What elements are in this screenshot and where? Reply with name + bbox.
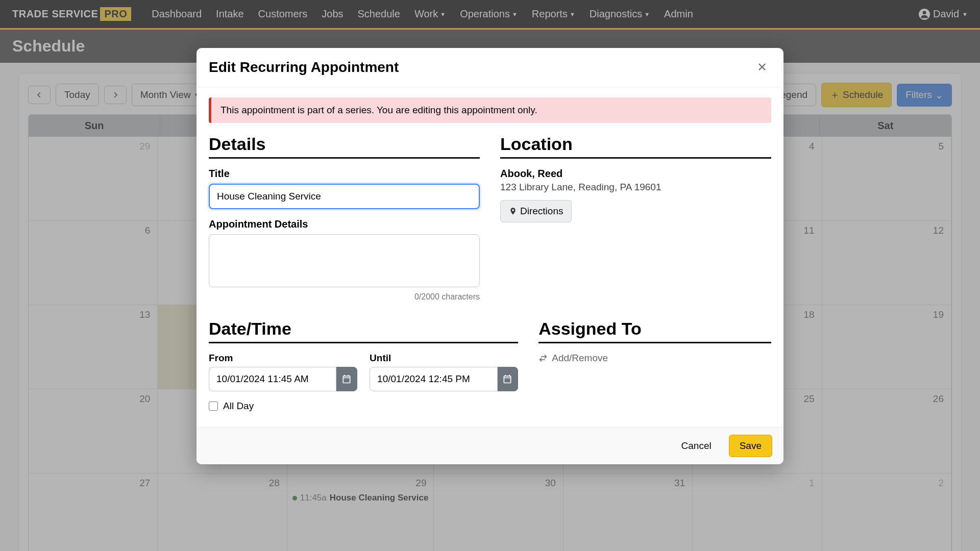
assigned-heading: Assigned To — [538, 319, 771, 339]
directions-label: Directions — [520, 206, 563, 217]
directions-button[interactable]: Directions — [500, 200, 572, 222]
datetime-section: Date/Time From Until — [209, 319, 518, 412]
char-count: 0/2000 characters — [209, 292, 480, 302]
save-button[interactable]: Save — [729, 435, 772, 457]
cancel-button[interactable]: Cancel — [671, 435, 722, 457]
modal-header: Edit Recurring Appointment ✕ — [197, 48, 783, 87]
assigned-section: Assigned To Add/Remove — [538, 319, 771, 412]
pin-icon — [509, 207, 517, 215]
from-input[interactable] — [209, 367, 336, 391]
modal-overlay[interactable]: Edit Recurring Appointment ✕ This appoin… — [0, 0, 980, 551]
appointment-details-input[interactable] — [209, 234, 480, 287]
edit-appointment-modal: Edit Recurring Appointment ✕ This appoin… — [197, 48, 783, 464]
title-input[interactable] — [209, 184, 480, 209]
until-input[interactable] — [370, 367, 497, 391]
modal-body: This appointment is part of a series. Yo… — [197, 87, 783, 427]
close-button[interactable]: ✕ — [753, 58, 771, 77]
swap-icon — [538, 354, 548, 363]
details-heading: Details — [209, 134, 480, 154]
calendar-icon — [341, 374, 352, 384]
location-name: Abook, Reed — [500, 168, 771, 180]
appointment-details-label: Appointment Details — [209, 218, 480, 230]
modal-footer: Cancel Save — [197, 427, 783, 464]
title-label: Title — [209, 168, 480, 180]
details-section: Details Title Appointment Details 0/2000… — [209, 134, 480, 302]
close-icon: ✕ — [757, 60, 767, 74]
add-remove-link[interactable]: Add/Remove — [538, 353, 771, 364]
all-day-checkbox[interactable] — [209, 402, 218, 411]
until-label: Until — [370, 353, 518, 364]
location-address: 123 Library Lane, Reading, PA 19601 — [500, 182, 771, 193]
datetime-heading: Date/Time — [209, 319, 518, 339]
calendar-icon — [502, 374, 512, 384]
until-calendar-button[interactable] — [498, 367, 519, 391]
modal-title: Edit Recurring Appointment — [209, 59, 399, 76]
from-calendar-button[interactable] — [336, 367, 357, 391]
add-remove-label: Add/Remove — [552, 353, 608, 364]
location-section: Location Abook, Reed 123 Library Lane, R… — [500, 134, 771, 302]
from-label: From — [209, 353, 357, 364]
location-heading: Location — [500, 134, 771, 154]
all-day-label: All Day — [223, 400, 254, 412]
series-alert: This appointment is part of a series. Yo… — [209, 97, 771, 123]
